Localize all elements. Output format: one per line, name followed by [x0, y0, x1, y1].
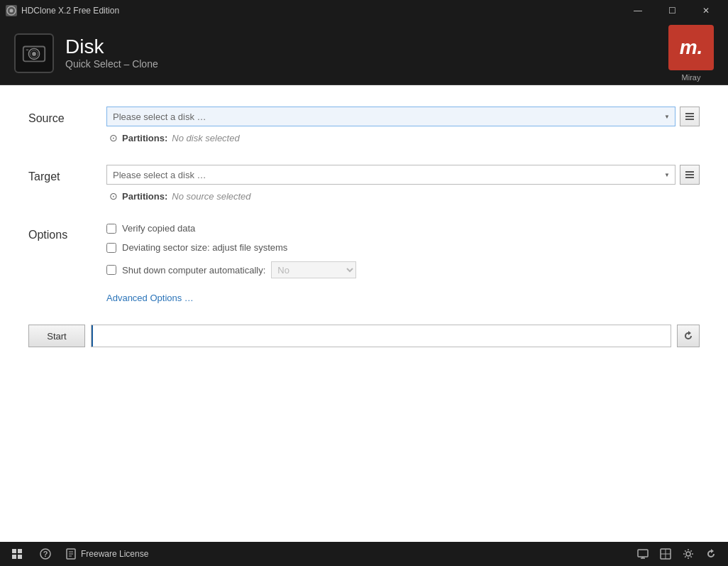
svg-rect-16 [18, 555, 22, 559]
svg-rect-15 [12, 555, 16, 559]
advanced-options-link[interactable]: Advanced Options … [106, 293, 194, 303]
progress-bar-container [91, 325, 671, 347]
svg-text:?: ? [43, 550, 48, 558]
refresh-status-button[interactable] [702, 545, 719, 562]
miray-logo: m. [668, 25, 714, 70]
title-bar-text: HDClone X.2 Free Edition [21, 6, 119, 16]
svg-point-29 [686, 552, 690, 556]
main-content: Source Please select a disk … ⊙ [0, 85, 728, 542]
app-header: Disk Quick Select – Clone m. Miray [0, 21, 728, 85]
verify-checkbox[interactable] [106, 224, 116, 234]
miray-branding: m. Miray [668, 25, 714, 82]
sector-label[interactable]: Deviating sector size: adjust file syste… [122, 242, 287, 253]
progress-bar [92, 325, 93, 347]
source-partitions-label: Partitions: [122, 133, 167, 143]
license-text: Freeware License [81, 549, 148, 559]
source-select-wrapper: Please select a disk … [106, 107, 675, 126]
header-titles: Disk Quick Select – Clone [65, 36, 158, 70]
miray-label: Miray [682, 73, 701, 82]
app-icon [6, 5, 17, 16]
verify-label[interactable]: Verify copied data [122, 223, 195, 234]
shutdown-select[interactable]: No [271, 261, 356, 278]
start-row: Start [28, 325, 700, 347]
maximize-button[interactable]: ☐ [656, 0, 688, 21]
source-partitions-value: No disk selected [172, 133, 239, 143]
source-list-button[interactable] [680, 107, 700, 126]
title-bar: HDClone X.2 Free Edition — ☐ ✕ [0, 0, 728, 21]
grid-icon-button[interactable] [9, 545, 26, 562]
target-dropdown-row: Please select a disk … [106, 165, 700, 185]
license-info[interactable]: Freeware License [65, 548, 148, 560]
sector-checkbox[interactable] [106, 243, 116, 253]
target-partitions-label: Partitions: [122, 191, 167, 202]
title-bar-left: HDClone X.2 Free Edition [6, 5, 119, 16]
status-right [634, 545, 719, 562]
target-partitions-row: ⊙ Partitions: No source selected [109, 190, 700, 202]
source-controls: Please select a disk … ⊙ Partitions: No … [106, 107, 700, 143]
status-left: ? Freeware License [9, 545, 148, 562]
svg-rect-8 [685, 116, 694, 117]
status-bar: ? Freeware License [0, 542, 728, 566]
app-logo [14, 33, 54, 73]
target-controls: Please select a disk … ⊙ Partitions: No … [106, 165, 700, 202]
shutdown-label[interactable]: Shut down computer automatically: [122, 265, 265, 276]
svg-rect-13 [12, 549, 16, 553]
target-section: Target Please select a disk … ⊙ [28, 165, 700, 202]
start-button[interactable]: Start [28, 325, 85, 347]
header-left: Disk Quick Select – Clone [14, 33, 158, 73]
source-dropdown-row: Please select a disk … [106, 107, 700, 126]
svg-point-1 [10, 9, 13, 13]
source-section: Source Please select a disk … ⊙ [28, 107, 700, 143]
header-subtitle: Quick Select – Clone [65, 58, 158, 70]
source-select[interactable]: Please select a disk … [106, 107, 675, 126]
svg-rect-11 [685, 174, 694, 175]
options-controls: Verify copied data Deviating sector size… [106, 223, 700, 303]
svg-rect-10 [685, 171, 694, 173]
source-label: Source [28, 107, 92, 125]
close-button[interactable]: ✕ [690, 0, 722, 21]
refresh-button[interactable] [677, 325, 700, 347]
source-partitions-row: ⊙ Partitions: No disk selected [109, 132, 700, 143]
display-icon-button[interactable] [634, 545, 651, 562]
svg-rect-12 [685, 177, 694, 178]
target-label: Target [28, 165, 92, 183]
options-label: Options [28, 223, 92, 241]
checkbox-group: Verify copied data Deviating sector size… [106, 223, 700, 278]
target-partitions-icon: ⊙ [109, 190, 118, 202]
shutdown-checkbox[interactable] [106, 265, 116, 275]
target-select[interactable]: Please select a disk … [106, 165, 675, 185]
partitions-icon: ⊙ [109, 132, 118, 143]
verify-row: Verify copied data [106, 223, 700, 234]
shutdown-row: Shut down computer automatically: No [106, 261, 700, 278]
minimize-button[interactable]: — [622, 0, 654, 21]
target-select-wrapper: Please select a disk … [106, 165, 675, 185]
target-partitions-value: No source selected [172, 191, 250, 202]
options-section: Options Verify copied data Deviating sec… [28, 223, 700, 303]
settings-icon-button[interactable] [680, 545, 697, 562]
svg-rect-14 [18, 549, 22, 553]
target-list-button[interactable] [680, 165, 700, 185]
help-icon-button[interactable]: ? [37, 545, 54, 562]
layout-icon-button[interactable] [657, 545, 674, 562]
svg-rect-6 [26, 49, 29, 50]
svg-rect-9 [685, 119, 694, 120]
svg-point-4 [32, 52, 36, 56]
header-title: Disk [65, 36, 158, 58]
sector-row: Deviating sector size: adjust file syste… [106, 242, 700, 253]
window-controls: — ☐ ✕ [622, 0, 722, 21]
svg-rect-23 [638, 550, 648, 557]
svg-rect-7 [685, 113, 694, 114]
